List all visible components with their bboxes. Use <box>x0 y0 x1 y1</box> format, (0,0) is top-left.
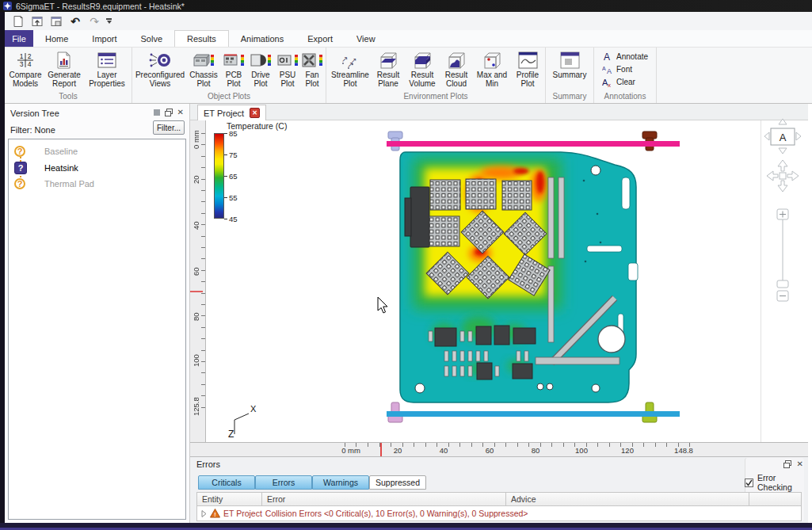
psu-plot-button[interactable]: PSU Plot <box>275 48 300 88</box>
undo-icon[interactable]: ↶ <box>68 14 82 29</box>
checkbox-check-icon[interactable] <box>745 479 753 487</box>
fan-plot-button[interactable]: Fan Plot <box>300 48 324 88</box>
axis-indicator: X Z <box>227 401 260 439</box>
tab-view[interactable]: View <box>345 30 387 47</box>
close-icon[interactable]: ✕ <box>177 108 184 116</box>
max-and-min-button[interactable]: Max and Min <box>472 48 512 88</box>
tree-item-thermal-pad[interactable]: ? Thermal Pad <box>14 178 94 189</box>
legend-tick: 65 <box>229 172 238 181</box>
tab-et-project[interactable]: ET Project ✕ <box>197 105 266 120</box>
tab-import[interactable]: Import <box>80 30 128 47</box>
save-icon[interactable] <box>49 14 63 29</box>
tab-suppressed[interactable]: Suppressed <box>369 475 426 490</box>
tab-errors[interactable]: Errors <box>255 475 312 490</box>
button-label: Preconfigured Views <box>135 71 185 88</box>
tree-item-heatsink[interactable]: ? Heatsink <box>14 162 78 174</box>
tab-criticals[interactable]: Criticals <box>198 475 255 490</box>
layer-properties-icon <box>97 49 117 71</box>
table-row[interactable]: ! ET Project Collision Errors <0 Critica… <box>197 506 801 520</box>
open-icon[interactable] <box>30 14 44 29</box>
clear-icon: Ax <box>602 77 612 87</box>
zoom-slider[interactable] <box>777 209 788 301</box>
errors-filter-tabs: Criticals Errors Warnings Suppressed <box>198 475 426 490</box>
result-cloud-button[interactable]: Result Cloud <box>440 48 472 88</box>
ruler-label: 80 <box>192 299 200 334</box>
result-plane-button[interactable]: Result Plane <box>372 48 404 88</box>
customize-caret-icon[interactable] <box>106 18 112 24</box>
generate-report-button[interactable]: Generate Report <box>44 48 84 88</box>
top-rail <box>387 141 680 147</box>
tab-solve[interactable]: Solve <box>129 30 175 47</box>
close-icon[interactable]: ✕ <box>797 459 803 468</box>
profile-plot-button[interactable]: Profile Plot <box>512 48 543 88</box>
drive-plot-button[interactable]: Drive Plot <box>246 48 275 88</box>
legend-tick: 55 <box>229 193 238 202</box>
result-volume-button[interactable]: Result Volume <box>404 48 440 88</box>
streamline-plot-button[interactable]: ↗↗↗ Streamline Plot <box>328 48 372 88</box>
button-label: Clear <box>616 78 635 86</box>
axis-x-label: X <box>250 404 257 414</box>
heatsink-square-2 <box>466 179 496 209</box>
tab-export[interactable]: Export <box>295 30 345 47</box>
summary-button[interactable]: Summary <box>547 48 592 79</box>
heatsinks[interactable] <box>426 179 550 299</box>
chassis-plot-button[interactable]: Chassis Plot <box>186 48 221 88</box>
button-label: Result Cloud <box>442 71 471 88</box>
clear-button[interactable]: Ax Clear <box>602 77 648 87</box>
legend-colorbar <box>214 133 224 219</box>
tab-warnings[interactable]: Warnings <box>312 475 369 490</box>
warning-icon: ! <box>210 509 220 518</box>
column-error[interactable]: Error <box>262 493 506 505</box>
max-and-min-icon <box>482 49 502 71</box>
navigation-controls[interactable]: A <box>762 111 806 317</box>
pan-control[interactable] <box>767 160 799 192</box>
button-label: Annotate <box>616 52 648 61</box>
document-tab-strip: ET Project ✕ <box>190 104 808 120</box>
column-entity[interactable]: Entity <box>197 493 262 505</box>
expand-arrow-icon[interactable] <box>201 510 207 517</box>
tab-animations[interactable]: Animations <box>229 30 295 47</box>
button-label: Result Plane <box>374 71 402 88</box>
font-button[interactable]: AA Font <box>602 64 648 74</box>
ruler-label: 80 <box>532 446 540 455</box>
button-label: Profile Plot <box>513 71 542 88</box>
float-icon[interactable] <box>783 460 791 468</box>
tab-home[interactable]: Home <box>33 30 80 47</box>
errors-panel-title: Errors <box>196 459 220 469</box>
tree-item-label: Heatsink <box>44 163 78 173</box>
pcb-plot-button[interactable]: PCB Plot <box>221 48 246 88</box>
error-checking-label: Error Checking <box>757 473 808 492</box>
new-file-icon[interactable] <box>11 14 25 29</box>
annotate-button[interactable]: A Annotate <box>602 51 648 62</box>
horizontal-ruler: 0 mm 20 40 60 80 100 120 148.8 <box>190 442 808 456</box>
compare-models-button[interactable]: 1234 Compare Models <box>6 48 44 88</box>
tree-item-baseline[interactable]: ? Baseline <box>14 146 78 157</box>
version-tree-panel: Version Tree ✕ Filter: None Filter... ? … <box>5 104 190 523</box>
axis-z-label: Z <box>228 429 234 439</box>
compare-models-icon: 1234 <box>16 49 35 71</box>
close-tab-icon[interactable]: ✕ <box>250 108 260 118</box>
annotate-icon: A <box>602 51 612 62</box>
pin-icon[interactable] <box>154 109 160 116</box>
float-icon[interactable] <box>165 109 173 116</box>
error-message: Collision Errors <0 Critical(s), 10 Erro… <box>265 509 528 518</box>
tab-file[interactable]: File <box>5 30 33 47</box>
group-label: Annotations <box>596 91 654 103</box>
profile-plot-icon <box>517 49 539 71</box>
thermal-plot-scene[interactable] <box>206 120 764 442</box>
app-icon <box>3 2 12 10</box>
tab-results[interactable]: Results <box>174 30 229 47</box>
ribbon: 1234 Compare Models Generate Report Laye… <box>5 48 812 104</box>
redo-icon[interactable]: ↷ <box>87 14 101 29</box>
button-label: Font <box>616 65 632 74</box>
filter-button[interactable]: Filter... <box>153 120 185 135</box>
ruler-label: 20 <box>394 446 402 455</box>
svg-text:3: 3 <box>20 60 24 68</box>
column-advice[interactable]: Advice <box>506 493 749 505</box>
error-checking-toggle[interactable]: Error Checking <box>745 473 808 492</box>
preconfigured-views-button[interactable]: Preconfigured Views <box>134 48 186 88</box>
button-label: Drive Plot <box>248 71 273 88</box>
ribbon-group-environment-plots: ↗↗↗ Streamline Plot Result Plane Result … <box>326 48 546 103</box>
layer-properties-button[interactable]: Layer Properties <box>84 48 130 88</box>
result-cloud-icon <box>447 49 467 71</box>
